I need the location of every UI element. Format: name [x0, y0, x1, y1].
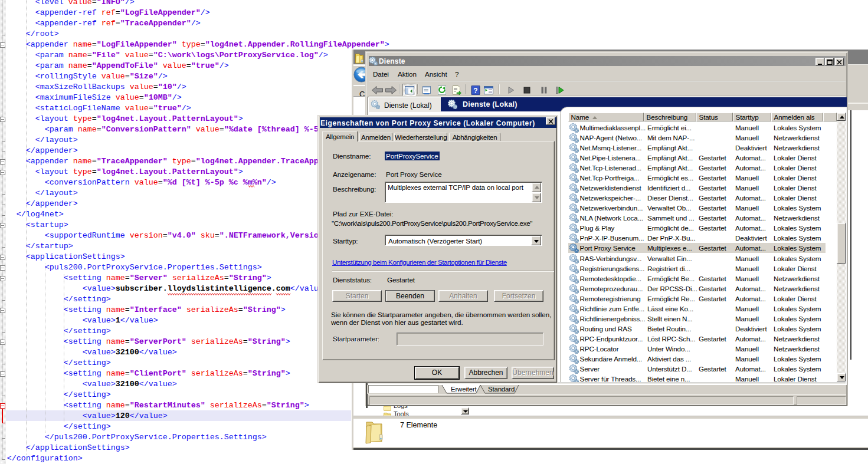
svg-text:?: ?: [473, 86, 477, 94]
